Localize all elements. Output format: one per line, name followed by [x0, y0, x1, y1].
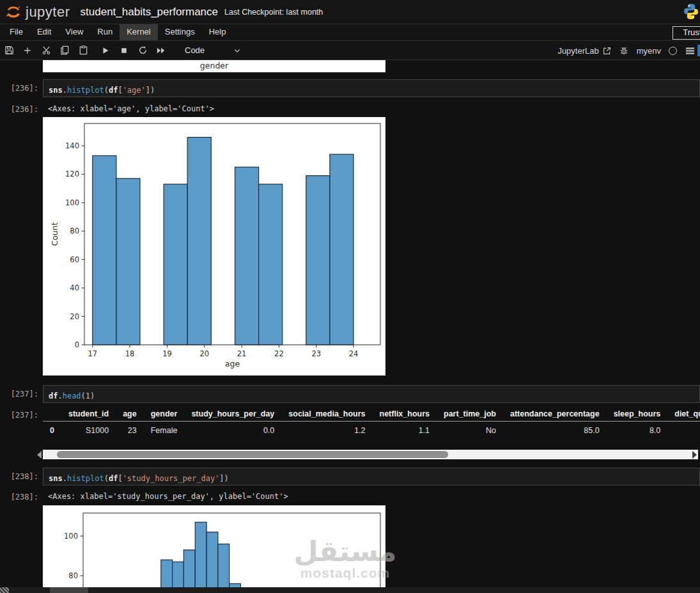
output-prompt: [237]:	[0, 411, 38, 420]
code-cell-237: [237]: df.head(1)	[0, 385, 700, 403]
svg-text:24: 24	[349, 349, 359, 358]
study-hours-histogram-chart: 80100Count	[43, 505, 385, 593]
table-header: social_media_hours	[281, 407, 372, 422]
menu-item-run[interactable]: Run	[90, 24, 120, 40]
study-hours-histogram-figure: 80100Count	[43, 505, 385, 593]
jupyter-logo-icon	[5, 4, 22, 20]
output-repr-text: <Axes: xlabel='age', ylabel='Count'>	[48, 104, 700, 113]
jupyterlab-link-label: JupyterLab	[557, 46, 598, 56]
code-editor[interactable]: sns.histplot(df['study_hours_per_day'])	[43, 468, 700, 486]
hamburger-menu-icon[interactable]	[685, 45, 695, 56]
output-prompt: [238]:	[0, 493, 38, 502]
input-prompt: [236]:	[0, 84, 38, 93]
svg-text:80: 80	[70, 226, 79, 235]
jupyterlab-link[interactable]: JupyterLab	[557, 46, 611, 56]
svg-text:18: 18	[125, 349, 135, 358]
table-cell: 0.0	[184, 422, 281, 440]
code-editor[interactable]: sns.histplot(df['age'])	[43, 79, 700, 97]
external-link-icon	[603, 47, 611, 55]
scrollbar-thumb[interactable]	[50, 587, 88, 593]
code-editor[interactable]: df.head(1)	[43, 385, 700, 403]
scroll-left-arrow-icon[interactable]	[37, 451, 42, 459]
scroll-right-arrow-icon[interactable]	[692, 451, 697, 459]
save-icon[interactable]	[4, 45, 14, 56]
table-header: study_hours_per_day	[184, 407, 281, 422]
code-line: sns.histplot(df['age'])	[49, 86, 155, 95]
code-cell-236: [236]: sns.histplot(df['age'])	[0, 79, 700, 97]
scrollbar-thumb[interactable]	[57, 451, 448, 458]
menu-item-view[interactable]: View	[58, 24, 90, 40]
table-header	[43, 407, 61, 422]
scrollbar-corner	[0, 587, 9, 593]
chevron-down-icon[interactable]	[232, 45, 242, 56]
table-header: student_id	[61, 407, 116, 422]
menu-bar: FileEditViewRunKernelSettingsHelp Truste…	[0, 24, 700, 41]
page-h-scrollbar[interactable]	[0, 587, 700, 593]
table-cell: 0	[43, 422, 61, 440]
svg-text:17: 17	[88, 349, 97, 358]
svg-text:Count: Count	[50, 222, 59, 246]
menu-item-file[interactable]: File	[3, 24, 30, 40]
interrupt-kernel-icon[interactable]	[119, 45, 129, 56]
previous-figure-clipped: gender	[43, 60, 385, 72]
table-cell: S1000	[61, 422, 116, 440]
output-cell-236: [236]: <Axes: xlabel='age', ylabel='Coun…	[0, 104, 700, 113]
svg-text:22: 22	[274, 349, 284, 358]
notebook-toolbar: Code JupyterLab myenv	[0, 41, 700, 60]
run-cell-icon[interactable]	[100, 45, 111, 56]
svg-text:0: 0	[75, 340, 79, 349]
table-cell: 23	[116, 422, 144, 440]
table-header: diet_quality	[667, 407, 700, 422]
dataframe-table: student_idagegenderstudy_hours_per_dayso…	[43, 407, 700, 439]
table-header: sleep_hours	[607, 407, 668, 422]
menu-item-help[interactable]: Help	[202, 24, 233, 40]
notebook-title[interactable]: student_habits_performance	[81, 6, 218, 19]
svg-text:20: 20	[70, 312, 79, 321]
table-header: gender	[144, 407, 185, 422]
input-prompt: [237]:	[0, 390, 38, 399]
svg-text:120: 120	[65, 170, 79, 178]
code-line: sns.histplot(df['study_hours_per_day'])	[49, 474, 229, 483]
previous-figure-xlabel: gender	[200, 61, 228, 70]
add-cell-icon[interactable]	[22, 45, 33, 56]
cell-type-dropdown[interactable]: Code	[185, 45, 205, 55]
svg-text:60: 60	[70, 255, 79, 264]
svg-text:21: 21	[237, 349, 247, 358]
kernel-name-label[interactable]: myenv	[637, 46, 661, 56]
table-cell: No	[437, 422, 503, 440]
input-prompt: [238]:	[0, 472, 38, 481]
copy-cell-icon[interactable]	[59, 45, 70, 56]
output-repr-text: <Axes: xlabel='study_hours_per_day', yla…	[48, 492, 700, 501]
menu-item-edit[interactable]: Edit	[30, 24, 58, 40]
table-header: age	[116, 407, 144, 422]
table-cell: 8.0	[607, 422, 668, 440]
table-cell: Female	[144, 422, 185, 440]
table-header: part_time_job	[437, 407, 503, 422]
side-panel-accent	[697, 45, 700, 56]
table-cell: 1.2	[281, 422, 372, 440]
age-histogram-chart: 0204060801001201401718192021222324ageCou…	[43, 117, 385, 376]
table-cell: Fair	[667, 422, 700, 440]
menu-item-settings[interactable]: Settings	[158, 24, 202, 40]
jupyter-logo-text: jupyter	[26, 4, 70, 20]
dataframe-h-scrollbar[interactable]	[43, 450, 698, 459]
cut-cell-icon[interactable]	[41, 45, 51, 56]
svg-text:age: age	[225, 359, 240, 368]
table-cell: 1.1	[373, 422, 437, 440]
paste-cell-icon[interactable]	[78, 45, 88, 56]
trusted-button[interactable]: Trusted	[673, 26, 700, 40]
table-row: 0S100023Female0.01.21.1No85.08.0Fair6	[43, 422, 700, 440]
menu-item-kernel[interactable]: Kernel	[120, 24, 158, 40]
svg-text:40: 40	[70, 283, 79, 292]
restart-kernel-icon[interactable]	[137, 45, 148, 56]
table-cell: 85.0	[503, 422, 607, 440]
restart-run-all-icon[interactable]	[156, 45, 166, 56]
jupyter-logo[interactable]: jupyter	[0, 4, 70, 20]
debugger-bug-icon[interactable]	[619, 45, 629, 56]
code-cell-238: [238]: sns.histplot(df['study_hours_per_…	[0, 468, 700, 486]
python-icon	[683, 3, 699, 22]
table-header: netflix_hours	[373, 407, 437, 422]
kernel-status-icon[interactable]	[669, 47, 677, 55]
dataframe-output: student_idagegenderstudy_hours_per_dayso…	[43, 407, 700, 439]
output-cell-238: [238]: <Axes: xlabel='study_hours_per_da…	[0, 492, 700, 501]
